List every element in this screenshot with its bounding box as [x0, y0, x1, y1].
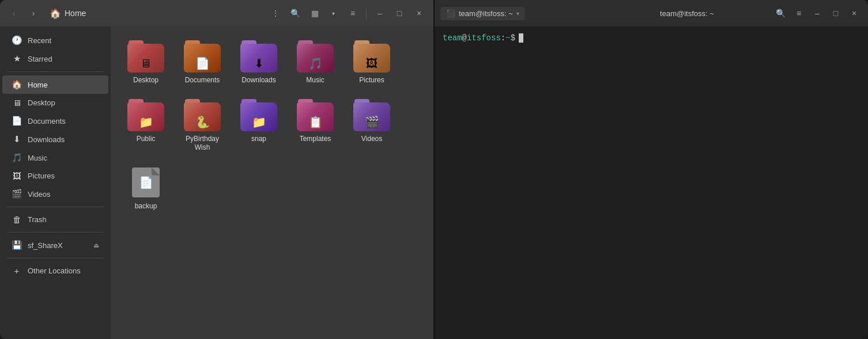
term-tilde: ~	[505, 33, 510, 43]
folder-overlay-public: 📁	[139, 115, 153, 129]
fm-close-button[interactable]: ×	[410, 5, 428, 22]
term-tab-label: team@itsfoss: ~	[459, 9, 513, 18]
fm-titlebar: ‹ › 🏠 Home ⋮ 🔍 ▦ ▾ ≡ – □ ×	[0, 0, 433, 26]
folder-overlay-snap: 📁	[252, 115, 266, 129]
term-dollar: $	[511, 33, 515, 43]
sidebar-item-music[interactable]: 🎵 Music	[2, 148, 108, 167]
term-cursor	[519, 33, 523, 43]
sidebar-label-recent: Recent	[28, 36, 51, 45]
sidebar-divider-3	[7, 232, 104, 233]
file-label-public: Public	[137, 135, 156, 144]
folder-overlay-documents: 📄	[195, 56, 210, 70]
fm-view-toggle: ▦ ▾	[306, 5, 342, 22]
videos-icon: 🎬	[12, 189, 22, 199]
doc-icon-backup: 📄	[139, 176, 153, 189]
term-maximize-button[interactable]: □	[828, 5, 844, 21]
term-search-button[interactable]: 🔍	[772, 5, 788, 21]
file-label-backup: backup	[135, 202, 157, 211]
term-close-button[interactable]: ×	[846, 5, 862, 21]
file-item-templates[interactable]: 📋 Templates	[289, 94, 341, 157]
sidebar-label-downloads: Downloads	[28, 135, 65, 144]
sidebar-label-videos: Videos	[28, 190, 51, 199]
file-label-music: Music	[306, 76, 324, 85]
term-tab[interactable]: ⬛ team@itsfoss: ~ ▾	[440, 7, 525, 20]
file-label-videos: Videos	[361, 135, 382, 144]
term-menu-button[interactable]: ≡	[791, 5, 807, 21]
desktop-icon: 🖥	[12, 98, 22, 108]
term-at: @	[462, 33, 467, 43]
term-toolbar-right: 🔍 ≡ – □ ×	[772, 5, 862, 21]
folder-overlay-videos: 🎬	[365, 115, 379, 129]
fm-toolbar-right: ⋮ 🔍 ▦ ▾ ≡ – □ ×	[267, 5, 428, 22]
sidebar-label-music: Music	[28, 154, 47, 162]
sidebar-label-other-locations: Other Locations	[28, 266, 81, 275]
term-prompt-line: team @ itsfoss : ~ $	[443, 33, 860, 43]
folder-overlay-downloads: ⬇	[254, 56, 264, 70]
file-manager-window: ‹ › 🏠 Home ⋮ 🔍 ▦ ▾ ≡ – □ ×	[0, 0, 433, 339]
file-item-public[interactable]: 📁 Public	[120, 94, 172, 157]
folder-icon-videos: 🎬	[353, 99, 390, 131]
folder-icon-snap: 📁	[240, 99, 277, 131]
folder-icon-music: 🎵	[297, 40, 334, 73]
fm-list-view-button[interactable]: ≡	[344, 5, 361, 22]
folder-icon-public: 📁	[127, 99, 164, 131]
recent-icon: 🕐	[12, 35, 22, 45]
file-item-desktop[interactable]: 🖥 Desktop	[120, 36, 172, 90]
folder-icon-pybirthday: 🐍	[184, 99, 221, 131]
term-tab-area: ⬛ team@itsfoss: ~ ▾	[440, 7, 602, 20]
sidebar-item-trash[interactable]: 🗑 Trash	[2, 211, 108, 228]
fm-view-chevron-button[interactable]: ▾	[324, 5, 342, 22]
back-button[interactable]: ‹	[6, 5, 22, 21]
fm-search-button[interactable]: 🔍	[286, 5, 304, 22]
forward-button[interactable]: ›	[25, 5, 41, 21]
trash-icon: 🗑	[12, 215, 22, 224]
fm-grid-view-button[interactable]: ▦	[306, 5, 323, 22]
file-item-documents[interactable]: 📄 Documents	[176, 36, 228, 90]
folder-icon-downloads: ⬇	[240, 40, 277, 73]
sidebar-item-starred[interactable]: ★ Starred	[2, 49, 108, 68]
file-item-music[interactable]: 🎵 Music	[289, 36, 341, 90]
term-host: itsfoss	[467, 33, 501, 43]
sidebar-item-pictures[interactable]: 🖼 Pictures	[2, 167, 108, 185]
home-sidebar-icon: 🏠	[12, 79, 22, 90]
file-label-pybirthday: PyBirthday Wish	[181, 135, 224, 153]
file-label-pictures: Pictures	[359, 76, 384, 85]
file-item-downloads[interactable]: ⬇ Downloads	[233, 36, 285, 90]
eject-button[interactable]: ⏏	[93, 242, 99, 249]
terminal-window: ⬛ team@itsfoss: ~ ▾ team@itsfoss: ~ 🔍 ≡ …	[435, 0, 868, 339]
music-icon: 🎵	[12, 153, 22, 163]
sidebar-divider-1	[7, 71, 104, 72]
file-doc-shape-backup: 📄	[132, 167, 160, 197]
fm-menu-button[interactable]: ⋮	[267, 5, 284, 22]
folder-overlay-music: 🎵	[308, 56, 323, 70]
sidebar-item-home[interactable]: 🏠 Home	[2, 75, 108, 94]
file-label-snap: snap	[251, 135, 266, 144]
sidebar-item-downloads[interactable]: ⬇ Downloads	[2, 130, 108, 148]
folder-overlay-pictures: 🖼	[366, 57, 378, 70]
file-item-snap[interactable]: 📁 snap	[233, 94, 285, 157]
sidebar-item-desktop[interactable]: 🖥 Desktop	[2, 94, 108, 112]
sidebar-label-pictures: Pictures	[28, 172, 55, 180]
sidebar-item-recent[interactable]: 🕐 Recent	[2, 31, 108, 49]
fm-minimize-button[interactable]: –	[371, 5, 388, 22]
sidebar-label-documents: Documents	[28, 117, 66, 125]
fm-current-path: Home	[65, 9, 86, 18]
file-item-pictures[interactable]: 🖼 Pictures	[346, 36, 398, 90]
term-user: team	[443, 33, 462, 43]
term-minimize-button[interactable]: –	[809, 5, 825, 21]
sidebar-divider-4	[7, 258, 104, 258]
fm-title: 🏠 Home	[45, 8, 263, 19]
sidebar-item-sf-sharex[interactable]: 💾 sf_ShareX ⏏	[2, 236, 108, 254]
sidebar-item-documents[interactable]: 📄 Documents	[2, 112, 108, 130]
starred-icon: ★	[12, 54, 22, 64]
sidebar-item-videos[interactable]: 🎬 Videos	[2, 185, 108, 203]
documents-icon: 📄	[12, 116, 22, 126]
fm-maximize-button[interactable]: □	[391, 5, 408, 22]
file-item-videos[interactable]: 🎬 Videos	[346, 94, 398, 157]
file-item-pybirthday[interactable]: 🐍 PyBirthday Wish	[176, 94, 228, 157]
file-label-desktop: Desktop	[133, 76, 158, 85]
file-item-backup[interactable]: 📄 backup	[120, 162, 172, 216]
sidebar-item-other-locations[interactable]: + Other Locations	[2, 262, 108, 280]
term-content[interactable]: team @ itsfoss : ~ $	[435, 26, 868, 339]
term-colon: :	[501, 33, 505, 43]
